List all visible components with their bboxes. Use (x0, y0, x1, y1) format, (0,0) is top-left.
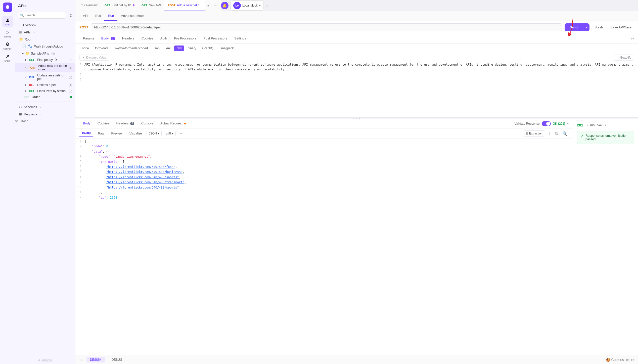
tab-overview[interactable]: □ Overview (77, 0, 101, 11)
tab-new-api[interactable]: GET New API (138, 0, 164, 11)
filter-button[interactable]: ⊘ (67, 12, 74, 19)
copy-response-btn[interactable]: ⧉ (554, 131, 559, 136)
tree-walkthrough-item[interactable]: 📄 🐾 Walk through Apidog (15, 43, 75, 50)
notification-button[interactable]: 🔔 (221, 2, 229, 9)
format-pretty-btn[interactable]: Pretty (79, 130, 93, 136)
body-type-xml[interactable]: xml (163, 46, 173, 51)
sidebar-trash-item[interactable]: 🗑 Trash (15, 118, 75, 124)
resp-tab-console[interactable]: Console (138, 119, 157, 128)
search-response-btn[interactable]: 🔍 (561, 131, 569, 136)
check-icon: ✓ (580, 134, 583, 139)
cookies-button[interactable]: 🍪 Cookies (606, 358, 624, 362)
resp-line-5: 5 "photoUrls": [ (75, 159, 573, 164)
sidebar-item-share[interactable]: ↗ Share (2, 52, 13, 63)
debug-tab-button[interactable]: DEBUG (108, 357, 126, 362)
tab-find-pet[interactable]: GET Find pet by ID (101, 0, 138, 11)
topbar-right: 🔔 Lo Local Mock ▾ ⤢ (221, 1, 272, 11)
add-tab-button[interactable]: + (205, 2, 212, 9)
tree-root-folder[interactable]: 📁 Root (15, 36, 75, 43)
send-dropdown-button[interactable]: ▾ (583, 23, 589, 31)
format-visualize-btn[interactable]: Visualize (127, 131, 145, 136)
req-tabs-expand[interactable]: ⇔ (631, 36, 634, 41)
status-chevron[interactable]: ▾ (567, 122, 569, 125)
sidebar-item-settings[interactable]: ⚙ Settings (2, 40, 13, 51)
sample-apis-folder[interactable]: ▾ 📁 Sample APIs (5) (15, 50, 75, 57)
find-pet-tab-label: Find pet by ID (112, 4, 131, 7)
tab-add-pet[interactable]: POST Add a new pet t... (164, 0, 205, 11)
get-badge-order: GET (22, 96, 30, 99)
get-badge-findpets: GET (28, 89, 36, 93)
sidebar-apis-item[interactable]: ⊡ APIs ▾ (15, 29, 75, 36)
stash-button[interactable]: Stash (592, 24, 605, 31)
sidebar-schemas-item[interactable]: ⊙ Schemas › (15, 103, 75, 111)
tree-delete-pet-item[interactable]: › DEL Deletes a pet (1) (15, 82, 75, 88)
subtab-run[interactable]: Run (104, 11, 117, 21)
app-logo[interactable] (3, 3, 12, 12)
sample-count: (5) (52, 52, 55, 55)
bottom-icon-1[interactable]: ⊕ (626, 358, 629, 362)
req-tab-post-processors[interactable]: Post Processors (200, 34, 231, 43)
req-tab-cookies[interactable]: Cookies (138, 34, 157, 43)
validate-response-toggle[interactable] (542, 121, 551, 126)
beautify-button[interactable]: ⋮ Beautify (614, 55, 634, 61)
response-status: 201 50 ms 547 B (577, 123, 634, 127)
resp-line-10: 10 "https://loremflickr.com/640/480/spor… (75, 185, 573, 190)
design-tab-button[interactable]: DESIGN (86, 357, 105, 362)
json-format-select[interactable]: JSON ▾ (147, 131, 162, 136)
format-preview-btn[interactable]: Preview (109, 131, 125, 136)
resp-tab-body[interactable]: Body (79, 119, 94, 128)
url-input[interactable] (91, 23, 562, 31)
extraction-icon: ⊞ (526, 132, 528, 135)
req-tab-settings[interactable]: Settings (231, 34, 250, 43)
resp-tab-headers[interactable]: Headers 7 (113, 119, 138, 128)
tree-find-pet-item[interactable]: › GET Find pet by ID (4) (15, 57, 75, 63)
table-view-btn[interactable]: ≡ (178, 131, 185, 136)
search-input[interactable] (18, 12, 66, 19)
sidebar-requests-item[interactable]: ⊞ Requests › (15, 111, 75, 118)
dynamic-value-button[interactable]: ✦ Dynamic Value (79, 55, 109, 61)
req-tab-params[interactable]: Params (79, 34, 98, 43)
sidebar-search-bar: 🔍 ⊘ + (15, 10, 75, 20)
local-mock-button[interactable]: Lo Local Mock ▾ (231, 1, 263, 11)
req-tab-pre-processors[interactable]: Pre Processors (170, 34, 200, 43)
request-body-editor[interactable]: 1 API (Application Programming Interface… (75, 62, 638, 117)
body-type-form-data[interactable]: form-data (93, 46, 111, 51)
back-nav-button[interactable]: « (79, 357, 83, 363)
more-tabs-button[interactable]: ··· (212, 2, 219, 9)
sidebar-item-testing[interactable]: ▷ Testing (2, 28, 13, 39)
body-type-binary[interactable]: binary (185, 46, 199, 51)
bottom-icon-2[interactable]: ⊙ (631, 358, 634, 362)
subtab-run-label: Run (108, 14, 114, 18)
save-response-btn[interactable]: ↑ (547, 131, 552, 136)
body-type-msgpack[interactable]: msgpack (219, 46, 236, 51)
apis-label: APIs (24, 31, 30, 34)
headers-label: Headers (122, 36, 134, 40)
settings-icon: ⚙ (6, 41, 10, 47)
sidebar-overview-item[interactable]: □ Overview (15, 21, 75, 29)
body-type-raw[interactable]: raw (174, 46, 184, 51)
req-tab-headers[interactable]: Headers (119, 34, 138, 43)
subtab-advanced-mock[interactable]: Advanced Mock (117, 11, 148, 21)
body-type-urlencoded[interactable]: x-www-form-urlencoded (112, 46, 150, 51)
save-apicase-button[interactable]: Save APICase (608, 24, 634, 31)
body-type-none[interactable]: none (79, 46, 92, 51)
extraction-button[interactable]: ⊞ Extraction (523, 130, 545, 136)
tree-add-pet-item[interactable]: › POST Add a new pet to the store (1) (15, 63, 75, 72)
req-tab-auth[interactable]: Auth (157, 34, 171, 43)
expand-icon[interactable]: ⤢ (265, 4, 268, 8)
beautify-icon: ⋮ (616, 56, 619, 59)
sidebar-item-apis[interactable]: ⊞ APIs (2, 16, 13, 27)
req-tab-body[interactable]: Body 1 (98, 34, 119, 43)
tree-update-pet-item[interactable]: › PUT Update an existing pet (2) (15, 72, 75, 82)
body-type-graphql[interactable]: GraphQL (200, 46, 218, 51)
encoding-select[interactable]: utf8 ▾ (164, 131, 176, 136)
format-raw-btn[interactable]: Raw (95, 131, 107, 136)
body-type-json[interactable]: json (151, 46, 162, 51)
subtab-edit[interactable]: Edit (92, 11, 104, 21)
tree-order-item[interactable]: GET Order (15, 94, 75, 100)
subtab-api[interactable]: API (79, 11, 92, 21)
tree-finds-pets-item[interactable]: › GET Finds Pets by status (2) (15, 88, 75, 94)
resp-tab-actual-request[interactable]: Actual Request (157, 119, 190, 128)
send-button[interactable]: Send (565, 23, 583, 31)
resp-tab-cookies[interactable]: Cookies (94, 119, 113, 128)
